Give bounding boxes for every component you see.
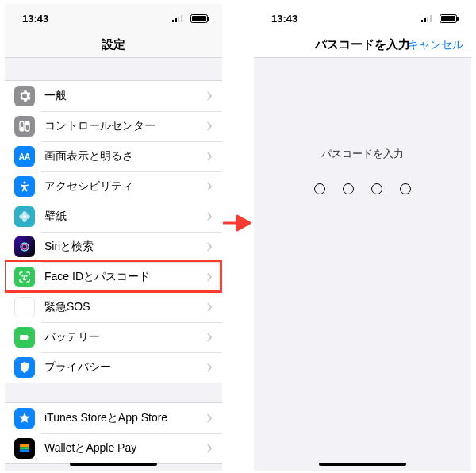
arrow-icon: [223, 214, 251, 232]
settings-row-controlcenter[interactable]: コントロールセンター: [5, 111, 222, 141]
cancel-button[interactable]: キャンセル: [408, 38, 463, 52]
wallet-icon: [14, 438, 35, 459]
svg-point-1: [21, 127, 23, 129]
passcode-dots[interactable]: [254, 183, 471, 194]
cellular-icon: [421, 14, 432, 22]
settings-row-wallpaper[interactable]: 壁紙: [5, 202, 222, 232]
wallpaper-icon: [14, 206, 35, 227]
settings-row-faceid[interactable]: Face IDとパスコード: [5, 262, 222, 292]
cellular-icon: [172, 14, 182, 22]
passcode-prompt: パスコードを入力: [254, 147, 471, 161]
settings-row-label: Siriと検索: [44, 240, 206, 254]
nav-bar: 設定: [5, 33, 222, 58]
privacy-icon: [14, 357, 35, 378]
settings-row-privacy[interactable]: プライバシー: [5, 352, 222, 383]
settings-row-itunes[interactable]: iTunes StoreとApp Store: [5, 403, 222, 433]
faceid-icon: [14, 267, 35, 287]
spacer: [5, 58, 222, 80]
passcode-dot: [400, 183, 411, 194]
sos-icon: SOS: [14, 297, 35, 317]
page-title: 設定: [102, 37, 125, 52]
itunes-icon: [14, 408, 35, 429]
settings-row-sos[interactable]: SOS緊急SOS: [5, 292, 222, 322]
spacer: [5, 383, 222, 402]
settings-row-label: 一般: [44, 89, 206, 103]
passcode-dot: [371, 183, 382, 194]
settings-group-2: iTunes StoreとApp StoreWalletとApple Pay: [5, 402, 222, 464]
settings-row-label: コントロールセンター: [44, 119, 206, 133]
settings-row-label: Face IDとパスコード: [44, 270, 206, 284]
chevron-right-icon: [206, 212, 222, 221]
status-indicators: [172, 13, 208, 25]
chevron-right-icon: [206, 413, 222, 423]
settings-row-label: WalletとApple Pay: [44, 441, 206, 456]
svg-point-8: [22, 275, 23, 276]
svg-rect-12: [20, 444, 29, 447]
settings-row-siri[interactable]: Siriと検索: [5, 232, 222, 262]
settings-row-display[interactable]: AA画面表示と明るさ: [5, 141, 222, 171]
settings-row-battery[interactable]: バッテリー: [5, 322, 222, 352]
chevron-right-icon: [206, 91, 222, 101]
svg-point-3: [26, 122, 29, 125]
general-icon: [14, 86, 35, 106]
svg-point-9: [26, 275, 27, 276]
chevron-right-icon: [206, 333, 222, 342]
accessibility-icon: [14, 176, 35, 197]
display-icon: AA: [14, 146, 35, 167]
page-title: パスコードを入力: [315, 37, 410, 52]
chevron-right-icon: [206, 444, 222, 453]
status-time: 13:43: [271, 13, 298, 25]
status-time: 13:43: [22, 13, 48, 25]
svg-rect-11: [29, 336, 30, 339]
controlcenter-icon: [14, 116, 35, 137]
settings-group-1: 一般コントロールセンターAA画面表示と明るさアクセシビリティ壁紙Siriと検索F…: [5, 80, 222, 383]
battery-icon: [14, 327, 35, 348]
settings-row-label: プライバシー: [44, 360, 206, 375]
chevron-right-icon: [206, 272, 222, 282]
settings-row-general[interactable]: 一般: [5, 81, 222, 111]
settings-row-label: アクセシビリティ: [44, 179, 206, 194]
settings-row-label: 緊急SOS: [44, 300, 206, 314]
settings-row-label: 壁紙: [44, 210, 206, 224]
chevron-right-icon: [206, 302, 222, 312]
svg-rect-13: [20, 447, 29, 449]
settings-row-wallet[interactable]: WalletとApple Pay: [5, 433, 222, 463]
siri-icon: [14, 236, 35, 257]
settings-row-label: バッテリー: [44, 330, 206, 344]
svg-point-4: [23, 181, 25, 183]
battery-icon: [190, 14, 208, 23]
home-indicator: [70, 463, 157, 466]
chevron-right-icon: [206, 242, 222, 252]
settings-row-label: 画面表示と明るさ: [44, 149, 206, 163]
passcode-screen: 13:43 パスコードを入力 キャンセル パスコードを入力: [254, 4, 471, 471]
battery-icon: [440, 14, 457, 23]
status-indicators: [421, 13, 457, 25]
chevron-right-icon: [206, 121, 222, 131]
passcode-dot: [343, 183, 354, 194]
svg-rect-14: [20, 450, 29, 452]
chevron-right-icon: [206, 152, 222, 161]
status-bar: 13:43: [254, 4, 471, 33]
nav-bar: パスコードを入力 キャンセル: [254, 33, 471, 58]
chevron-right-icon: [206, 363, 222, 372]
passcode-area: パスコードを入力: [254, 58, 471, 194]
settings-row-label: iTunes StoreとApp Store: [44, 411, 206, 425]
home-indicator: [319, 463, 406, 466]
settings-row-accessibility[interactable]: アクセシビリティ: [5, 171, 222, 202]
settings-screen: 13:43 設定 一般コントロールセンターAA画面表示と明るさアクセシビリティ壁…: [5, 4, 222, 471]
svg-point-7: [22, 244, 27, 249]
svg-rect-10: [20, 335, 28, 340]
status-bar: 13:43: [5, 4, 222, 33]
chevron-right-icon: [206, 182, 222, 191]
passcode-dot: [314, 183, 325, 194]
